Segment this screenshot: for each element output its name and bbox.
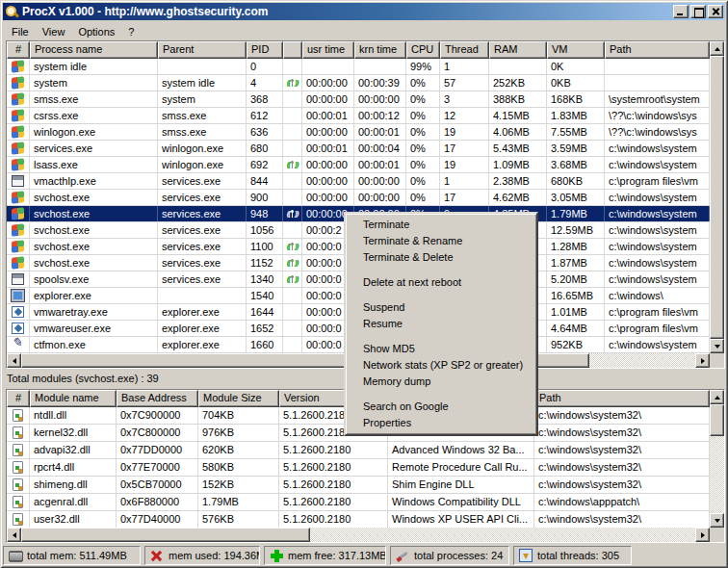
process-row[interactable]: system idle 0 99% 1 0K	[7, 59, 710, 75]
process-row[interactable]: svchost.exe services.exe 900 00:00:00 00…	[7, 190, 710, 206]
scroll-left-button[interactable]	[7, 353, 21, 368]
path-cell: c:\windows\system32\	[534, 459, 710, 476]
context-menu-item[interactable]: Properties	[347, 415, 535, 431]
column-header[interactable]: Thread	[440, 41, 489, 59]
context-menu-item[interactable]: Search on Google	[347, 399, 535, 415]
antenna-icon	[287, 257, 299, 269]
column-header[interactable]: #	[7, 390, 30, 407]
dll-icon	[13, 478, 23, 491]
column-header[interactable]: VM	[547, 41, 605, 59]
menubar: FileViewOptions?	[5, 23, 141, 39]
network-cell	[283, 206, 302, 221]
context-menu-item[interactable]: Resume	[347, 316, 535, 332]
context-menu-item[interactable]: Terminate & Rename	[347, 233, 535, 249]
context-menu-item[interactable]: Terminate & Delete	[347, 249, 535, 266]
context-menu-item[interactable]: Terminate	[347, 217, 535, 233]
vm-cell: 1.28MB	[547, 239, 605, 254]
vertical-scrollbar[interactable]	[710, 390, 724, 528]
module-name-cell: user32.dll	[30, 511, 117, 528]
base-address-cell: 0x5CB70000	[117, 477, 198, 493]
process-row[interactable]: smss.exe system 368 00:00:00 00:00:00 0%…	[7, 91, 710, 108]
column-header[interactable]: #	[7, 41, 30, 59]
dll-icon	[13, 409, 23, 422]
thread-cell: 57	[440, 75, 489, 90]
menubar-item[interactable]: File	[5, 25, 36, 39]
menubar-item[interactable]: View	[36, 25, 72, 39]
process-icon	[12, 175, 24, 187]
vm-cell: 1.79MB	[547, 206, 605, 221]
column-header[interactable]	[283, 41, 302, 59]
usr-time-cell: 00:00:01	[302, 141, 354, 156]
row-number-cell	[7, 239, 30, 254]
process-row[interactable]: vmacthlp.exe services.exe 844 00:00:00 0…	[7, 173, 710, 190]
column-header[interactable]: Module name	[30, 390, 117, 407]
horizontal-scrollbar[interactable]	[7, 528, 710, 542]
scroll-down-button[interactable]	[710, 339, 724, 353]
base-address-cell: 0x7C900000	[117, 407, 198, 424]
module-row[interactable]: acgenral.dll 0x6F880000 1.79MB 5.1.2600.…	[7, 494, 710, 511]
column-header[interactable]: PID	[247, 41, 283, 59]
antenna-icon	[287, 208, 299, 219]
module-size-cell: 1.79MB	[198, 494, 279, 510]
scrollbar-thumb[interactable]	[710, 56, 724, 339]
context-menu-item[interactable]: Network stats (XP SP2 or greater)	[347, 357, 535, 374]
status-panel: total processes: 24	[390, 546, 509, 565]
pid-cell: 4	[247, 75, 283, 90]
scroll-left-button[interactable]	[7, 528, 21, 542]
parent-cell: system idle	[158, 75, 247, 90]
row-number-cell	[7, 206, 30, 221]
module-row[interactable]: rpcrt4.dll 0x77E70000 580KB 5.1.2600.218…	[7, 459, 710, 477]
scroll-right-button[interactable]	[695, 528, 710, 542]
row-number-cell	[7, 288, 30, 303]
menu-item-label: Resume	[363, 318, 403, 329]
column-header[interactable]: Process name	[30, 41, 158, 59]
column-header[interactable]: CPU	[406, 41, 440, 59]
network-cell	[283, 337, 302, 352]
close-button[interactable]	[708, 5, 723, 18]
context-menu: Terminate Terminate & Rename Terminate &…	[344, 212, 538, 436]
context-menu-item[interactable]: Show MD5	[347, 341, 535, 357]
maximize-button[interactable]	[690, 5, 706, 18]
column-header[interactable]: Base Address	[117, 390, 198, 407]
vm-cell: 952KB	[547, 337, 605, 352]
scroll-up-button[interactable]	[710, 390, 724, 404]
minimize-button[interactable]	[673, 5, 689, 18]
description-cell: Advanced Windows 32 Ba...	[388, 442, 534, 458]
path-cell: c:\windows\system	[605, 255, 710, 271]
scrollbar-thumb[interactable]	[21, 528, 310, 542]
column-header[interactable]: Parent	[158, 41, 247, 59]
menubar-item[interactable]: Options	[71, 25, 121, 39]
column-header[interactable]: usr time	[302, 41, 354, 59]
process-row[interactable]: system system idle 4 00:00:00 00:00:39 0…	[7, 75, 710, 91]
menu-item-label: Properties	[363, 417, 411, 428]
path-cell: c:\windows\apppatch\	[534, 494, 710, 510]
process-row[interactable]: lsass.exe winlogon.exe 692 00:00:00 00:0…	[7, 157, 710, 173]
module-row[interactable]: advapi32.dll 0x77DD0000 620KB 5.1.2600.2…	[7, 442, 710, 459]
context-menu-item[interactable]: Memory dump	[347, 374, 535, 390]
scroll-down-button[interactable]	[710, 513, 724, 528]
menubar-item[interactable]: ?	[121, 25, 141, 39]
column-header[interactable]: krn time	[354, 41, 406, 59]
column-header[interactable]: Module Size	[198, 390, 279, 407]
process-row[interactable]: csrss.exe smss.exe 612 00:00:01 00:00:12…	[7, 108, 710, 124]
ram-cell: 252KB	[489, 75, 547, 90]
context-menu-item[interactable]: Suspend	[347, 299, 535, 316]
context-menu-item[interactable]: Delete at next reboot	[347, 274, 535, 291]
scrollbar-thumb[interactable]	[710, 404, 724, 436]
column-header[interactable]: RAM	[489, 41, 547, 59]
scroll-up-button[interactable]	[710, 41, 724, 56]
module-row[interactable]: user32.dll 0x77D40000 576KB 5.1.2600.218…	[7, 511, 710, 528]
thread-cell: 19	[440, 124, 489, 140]
module-row[interactable]: shimeng.dll 0x5CB70000 152KB 5.1.2600.21…	[7, 477, 710, 494]
network-cell	[283, 75, 302, 90]
column-header[interactable]: Path	[605, 41, 710, 59]
ram-cell: 4.62MB	[489, 190, 547, 205]
process-row[interactable]: winlogon.exe smss.exe 636 00:00:00 00:00…	[7, 124, 710, 141]
process-row[interactable]: services.exe winlogon.exe 680 00:00:01 0…	[7, 141, 710, 157]
scroll-right-button[interactable]	[695, 353, 710, 368]
parent-cell: services.exe	[158, 173, 247, 189]
vertical-scrollbar[interactable]	[710, 41, 724, 353]
usr-time-cell: 00:00:00	[302, 124, 354, 140]
thread-cell: 17	[440, 141, 489, 156]
column-header[interactable]: Path	[534, 390, 710, 407]
